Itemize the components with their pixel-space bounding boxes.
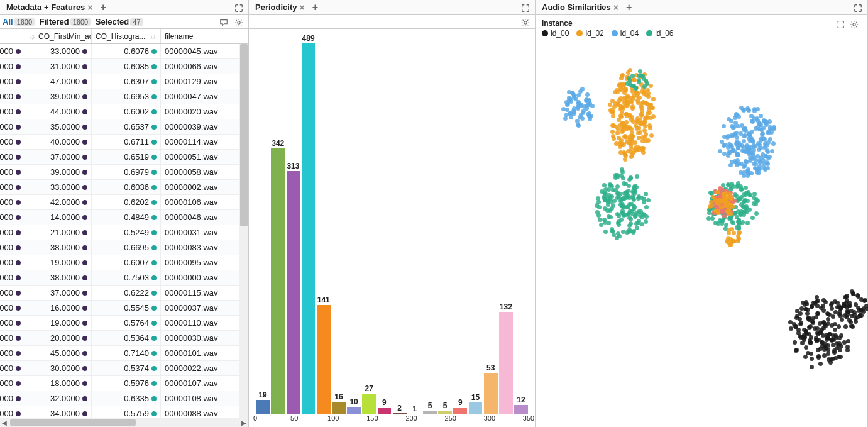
scatter-point: [629, 100, 634, 104]
bar[interactable]: 15: [468, 34, 483, 414]
filter-filtered-label[interactable]: Filtered: [40, 17, 69, 26]
close-icon[interactable]: ×: [613, 3, 618, 13]
horizontal-scrollbar[interactable]: ◀ ▶: [0, 418, 248, 427]
scatter-point: [600, 189, 604, 194]
table-row[interactable]: 00019.00000.600700000095.wav: [0, 255, 239, 270]
expand-icon[interactable]: [519, 2, 532, 12]
table-row[interactable]: 00031.00000.608500000066.wav: [0, 59, 239, 74]
fullscreen-icon[interactable]: [833, 19, 847, 29]
expand-icon[interactable]: [232, 2, 246, 12]
settings-icon[interactable]: [847, 19, 861, 29]
expand-icon[interactable]: [851, 2, 865, 12]
scroll-right-arrow[interactable]: ▶: [239, 419, 248, 426]
table-row[interactable]: 00030.00000.537400000022.wav: [0, 361, 239, 376]
bar[interactable]: 313: [285, 34, 300, 414]
column-header-filename[interactable]: filename: [161, 29, 248, 43]
legend-item[interactable]: id_04: [612, 29, 639, 38]
scatter-point: [754, 211, 759, 216]
scatter-point: [815, 311, 820, 316]
cell-firstmin: 38.0000: [25, 270, 92, 285]
scrollbar-thumb[interactable]: [10, 419, 136, 426]
close-icon[interactable]: ×: [299, 3, 304, 13]
scatter-point: [636, 101, 640, 105]
table-row[interactable]: 00020.00000.536400000030.wav: [0, 331, 239, 346]
filter-all-label[interactable]: All: [3, 17, 13, 26]
speech-icon[interactable]: [217, 16, 231, 26]
table-row[interactable]: 00038.00000.669500000083.wav: [0, 240, 239, 255]
column-header-firstmin[interactable]: ☼ CO_FirstMin_ac: [25, 29, 92, 43]
table-row[interactable]: 00038.00000.750300000000.wav: [0, 270, 239, 286]
cell-histogram: 0.7140: [92, 346, 161, 360]
add-tab-button[interactable]: +: [309, 2, 322, 13]
scatter-point: [858, 313, 862, 318]
table-row[interactable]: 00032.00000.633500000108.wav: [0, 391, 239, 406]
scatter-point: [598, 218, 602, 222]
table-row[interactable]: 00019.00000.576400000110.wav: [0, 316, 239, 331]
scatter-point: [859, 308, 863, 312]
table-body[interactable]: 00033.00000.607600000045.wav00031.00000.…: [0, 44, 239, 418]
table-row[interactable]: 00021.00000.524900000031.wav: [0, 225, 239, 240]
bar[interactable]: 5: [422, 34, 437, 414]
table-row[interactable]: 00018.00000.597600000107.wav: [0, 376, 239, 391]
table-row[interactable]: 00014.00000.484900000046.wav: [0, 210, 239, 225]
bar[interactable]: 12: [514, 34, 529, 414]
add-tab-button[interactable]: +: [97, 2, 110, 13]
scatter-point: [843, 313, 847, 318]
table-row[interactable]: 00037.00000.622200000115.wav: [0, 286, 239, 301]
column-header-index[interactable]: [0, 29, 25, 43]
table-row[interactable]: 00039.00000.697900000058.wav: [0, 165, 239, 180]
table-row[interactable]: 00042.00000.620200000106.wav: [0, 195, 239, 210]
table-row[interactable]: 00047.00000.630700000129.wav: [0, 74, 239, 89]
legend-item[interactable]: id_06: [646, 29, 673, 38]
table-row[interactable]: 00035.00000.653700000039.wav: [0, 119, 239, 135]
add-tab-button[interactable]: +: [622, 2, 635, 13]
bar[interactable]: 9: [376, 34, 392, 414]
bar[interactable]: 53: [483, 34, 498, 414]
bar[interactable]: 141: [316, 34, 331, 414]
table-row[interactable]: 00033.00000.607600000045.wav: [0, 44, 239, 59]
cell-index: 000: [0, 135, 25, 149]
bar[interactable]: 489: [301, 34, 316, 414]
tab-periodicity[interactable]: Periodicity ×: [251, 3, 309, 13]
settings-icon[interactable]: [519, 16, 532, 26]
bar-chart[interactable]: 19342313489141161027921559155313212 0501…: [249, 29, 535, 427]
bar[interactable]: 10: [346, 34, 361, 414]
bar[interactable]: 1: [407, 34, 422, 414]
table-row[interactable]: 00016.00000.554500000037.wav: [0, 301, 239, 316]
column-header-histogram[interactable]: CO_Histogra... ☼: [92, 29, 161, 43]
vertical-scrollbar[interactable]: [239, 44, 248, 418]
bar[interactable]: 342: [270, 34, 285, 414]
legend-item[interactable]: id_00: [542, 29, 569, 38]
close-icon[interactable]: ×: [87, 3, 92, 13]
scrollbar-thumb[interactable]: [240, 44, 248, 226]
bar[interactable]: 19: [255, 34, 270, 414]
scatter-point: [581, 111, 585, 115]
table-row[interactable]: 00034.00000.575900000088.wav: [0, 406, 239, 418]
bar[interactable]: 16: [331, 34, 346, 414]
bar[interactable]: 5: [437, 34, 453, 414]
table-row[interactable]: 00044.00000.600200000020.wav: [0, 104, 239, 119]
scroll-left-arrow[interactable]: ◀: [0, 419, 9, 426]
table-row[interactable]: 00040.00000.671100000114.wav: [0, 135, 239, 150]
bar[interactable]: 27: [361, 34, 376, 414]
scatter-point: [622, 181, 626, 186]
cell-firstmin: 39.0000: [25, 165, 92, 179]
tab-metadata-features[interactable]: Metadata + Features ×: [3, 3, 97, 13]
cell-index: 000: [0, 89, 25, 104]
scatter-point: [642, 84, 647, 89]
scatter-point: [732, 231, 736, 235]
table-row[interactable]: 00039.00000.695300000047.wav: [0, 89, 239, 104]
tab-audio-similarities[interactable]: Audio Similarities ×: [538, 3, 622, 13]
cell-firstmin: 35.0000: [25, 119, 92, 134]
bar[interactable]: 9: [453, 34, 468, 414]
bar[interactable]: 2: [392, 34, 407, 414]
table-row[interactable]: 00045.00000.714000000101.wav: [0, 346, 239, 361]
bar[interactable]: 132: [498, 34, 514, 414]
filter-selected-label[interactable]: Selected: [96, 17, 129, 26]
table-row[interactable]: 00033.00000.603600000002.wav: [0, 180, 239, 195]
scatter-point: [563, 116, 568, 121]
settings-icon[interactable]: [232, 16, 246, 26]
legend-item[interactable]: id_02: [576, 29, 603, 38]
scatter-plot[interactable]: [542, 40, 861, 423]
table-row[interactable]: 00037.00000.651900000051.wav: [0, 150, 239, 165]
